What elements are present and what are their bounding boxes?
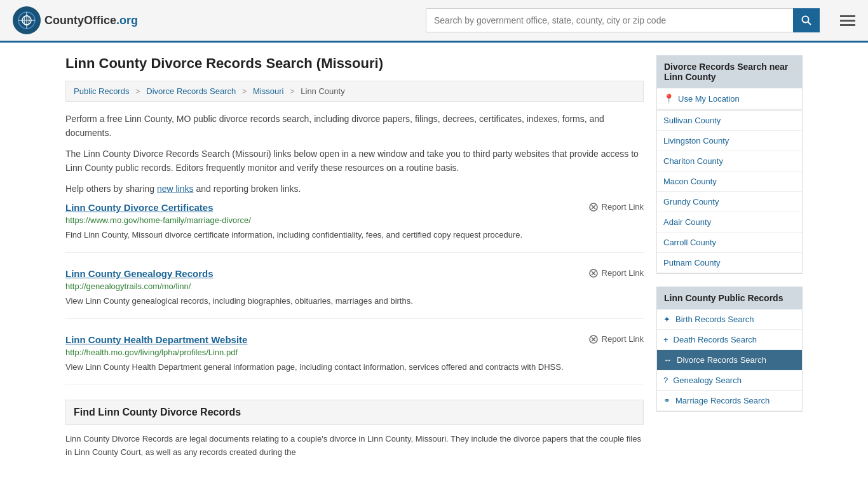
intro3-suffix: and reporting broken links. [194, 184, 301, 194]
nearby-county-item[interactable]: Carroll County [657, 233, 802, 253]
find-section-header: Find Linn County Divorce Records [65, 400, 644, 425]
new-links-link[interactable]: new links [157, 184, 194, 194]
record-label: Divorce Records Search [677, 355, 766, 365]
resource-desc: View Linn County genealogical records, i… [65, 295, 644, 308]
nearby-header: Divorce Records Search near Linn County [656, 55, 803, 88]
resource-title[interactable]: Linn County Divorce Certificates [65, 202, 214, 213]
resource-title[interactable]: Linn County Genealogy Records [65, 268, 214, 279]
report-icon [588, 202, 599, 212]
intro3-prefix: Help others by sharing [65, 184, 157, 194]
report-link[interactable]: Report Link [588, 202, 644, 212]
resource-desc: Find Linn County, Missouri divorce certi… [65, 229, 644, 242]
public-record-item[interactable]: + Death Records Search [657, 330, 802, 350]
nearby-county-link[interactable]: Carroll County [657, 233, 802, 252]
public-records-section: Linn County Public Records ✦ Birth Recor… [656, 287, 803, 412]
nearby-county-item[interactable]: Chariton County [657, 151, 802, 172]
report-link[interactable]: Report Link [588, 334, 644, 344]
public-record-link[interactable]: ↔ Divorce Records Search [657, 350, 802, 370]
intro-text-1: Perform a free Linn County, MO public di… [65, 112, 644, 140]
search-icon [801, 15, 811, 25]
breadcrumb-divorce-records[interactable]: Divorce Records Search [146, 86, 236, 96]
search-bar [426, 8, 820, 32]
resource-header: Linn County Health Department Website Re… [65, 334, 644, 345]
resource-desc: View Linn County Health Department gener… [65, 361, 644, 374]
record-icon: ? [663, 376, 668, 385]
intro-text-3: Help others by sharing new links and rep… [65, 182, 644, 196]
menu-button[interactable] [840, 15, 855, 26]
public-record-link[interactable]: ⚭ Marriage Records Search [657, 391, 802, 410]
logo-org: .org [116, 14, 138, 27]
resources-container: Linn County Divorce Certificates Report … [65, 202, 644, 384]
public-record-link[interactable]: ? Genealogy Search [657, 370, 802, 390]
record-label: Marriage Records Search [675, 396, 770, 405]
nearby-county-item[interactable]: Grundy County [657, 192, 802, 212]
svg-line-6 [808, 22, 811, 25]
nearby-county-link[interactable]: Putnam County [657, 253, 802, 273]
search-input[interactable] [426, 8, 793, 32]
use-location-button[interactable]: 📍 Use My Location [657, 88, 802, 109]
nearby-county-item[interactable]: Putnam County [657, 253, 802, 273]
record-icon: ⚭ [663, 396, 670, 405]
public-records-header: Linn County Public Records [656, 287, 803, 309]
resource-header: Linn County Genealogy Records Report Lin… [65, 268, 644, 279]
sidebar: Divorce Records Search near Linn County … [656, 55, 803, 459]
record-label: Birth Records Search [675, 315, 754, 324]
nearby-section: Divorce Records Search near Linn County … [656, 55, 803, 274]
breadcrumb-current: Linn County [301, 86, 344, 96]
nearby-county-link[interactable]: Grundy County [657, 192, 802, 212]
nearby-list: 📍 Use My Location [656, 88, 803, 111]
resource-url[interactable]: http://health.mo.gov/living/lpha/profile… [65, 348, 644, 357]
resource-header: Linn County Divorce Certificates Report … [65, 202, 644, 213]
public-record-item[interactable]: ✦ Birth Records Search [657, 309, 802, 330]
breadcrumb: Public Records > Divorce Records Search … [65, 81, 644, 102]
nearby-county-link[interactable]: Adair County [657, 212, 802, 232]
public-record-link[interactable]: ✦ Birth Records Search [657, 309, 802, 329]
report-icon [588, 334, 599, 344]
nearby-counties-list: Sullivan CountyLivingston CountyChariton… [656, 111, 803, 274]
logo[interactable]: CountyOffice.org [13, 6, 138, 34]
resource-url[interactable]: https://www.mo.gov/home-family/marriage-… [65, 215, 644, 225]
nearby-county-link[interactable]: Macon County [657, 172, 802, 191]
public-record-item[interactable]: ⚭ Marriage Records Search [657, 391, 802, 411]
use-location-item[interactable]: 📍 Use My Location [657, 88, 802, 110]
find-section-text: Linn County Divorce Records are legal do… [65, 433, 644, 459]
nearby-county-link[interactable]: Sullivan County [657, 111, 802, 130]
breadcrumb-public-records[interactable]: Public Records [74, 86, 129, 96]
record-icon: ↔ [663, 355, 672, 365]
logo-icon [13, 6, 41, 34]
report-link[interactable]: Report Link [588, 268, 644, 278]
report-icon [588, 268, 599, 278]
page-title: Linn County Divorce Records Search (Miss… [65, 55, 644, 72]
intro-text-2: The Linn County Divorce Records Search (… [65, 147, 644, 175]
resource-block: Linn County Divorce Certificates Report … [65, 202, 644, 253]
logo-text: CountyOffice.org [44, 14, 138, 27]
record-label: Genealogy Search [673, 376, 742, 385]
resource-block: Linn County Health Department Website Re… [65, 334, 644, 385]
resource-block: Linn County Genealogy Records Report Lin… [65, 268, 644, 319]
record-icon: + [663, 335, 668, 344]
location-icon: 📍 [663, 93, 674, 104]
public-record-link[interactable]: + Death Records Search [657, 330, 802, 349]
svg-point-5 [803, 17, 809, 23]
breadcrumb-missouri[interactable]: Missouri [253, 86, 283, 96]
nearby-county-item[interactable]: Macon County [657, 172, 802, 192]
nearby-county-item[interactable]: Livingston County [657, 131, 802, 151]
public-record-item[interactable]: ↔ Divorce Records Search [657, 350, 802, 370]
record-icon: ✦ [663, 315, 670, 324]
record-label: Death Records Search [674, 335, 757, 344]
public-record-item[interactable]: ? Genealogy Search [657, 370, 802, 391]
nearby-county-item[interactable]: Sullivan County [657, 111, 802, 131]
search-button[interactable] [793, 8, 820, 32]
nearby-county-item[interactable]: Adair County [657, 212, 802, 233]
resource-title[interactable]: Linn County Health Department Website [65, 334, 247, 345]
nearby-county-link[interactable]: Chariton County [657, 151, 802, 171]
public-records-list: ✦ Birth Records Search + Death Records S… [656, 309, 803, 412]
resource-url[interactable]: http://genealogytrails.com/mo/linn/ [65, 281, 644, 291]
nearby-county-link[interactable]: Livingston County [657, 131, 802, 151]
